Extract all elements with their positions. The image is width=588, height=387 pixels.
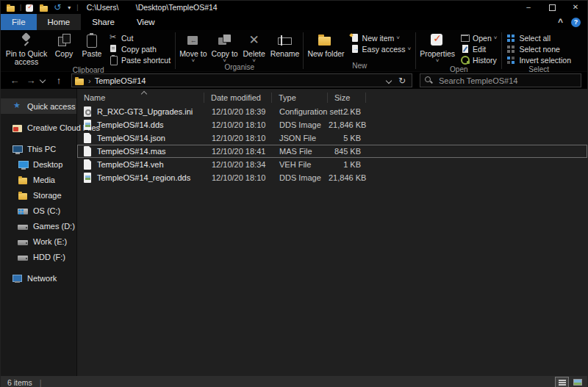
quick-toolbar-properties-icon[interactable] xyxy=(25,3,35,12)
table-row-templeos-14-json[interactable]: TempleOS#14.json12/10/20 18:10JSON File5… xyxy=(77,131,587,145)
ribbon-button-label: New item xyxy=(362,34,395,43)
dropdown-chevron-icon: ˅ xyxy=(408,46,412,51)
copy-icon xyxy=(55,32,73,49)
ribbon-button-label: Edit xyxy=(473,45,486,54)
address-dropdown-chevron-icon[interactable] xyxy=(386,77,392,83)
recent-locations-chevron-icon[interactable] xyxy=(40,76,46,82)
forward-button[interactable]: → xyxy=(23,75,39,86)
undo-icon[interactable]: ↺ xyxy=(53,3,62,12)
tab-share[interactable]: Share xyxy=(81,14,126,30)
ribbon-group-label: New xyxy=(305,62,414,71)
table-row-templeos-14-mas[interactable]: TempleOS#14.mas12/10/20 18:41MAS File845… xyxy=(77,145,587,158)
table-row-templeos-14-region-dds[interactable]: TempleOS#14_region.dds12/10/20 18:10DDS … xyxy=(77,171,587,184)
sidebar-item-label: Quick access xyxy=(27,102,75,111)
doc-img-icon xyxy=(83,120,93,131)
breadcrumb[interactable]: › TempleOS#14 ↻ xyxy=(71,73,412,87)
column-header-label: Date modified xyxy=(211,93,261,102)
up-button[interactable]: ↑ xyxy=(51,75,67,86)
size-cell: 5 KB xyxy=(329,134,367,142)
doc-gear-icon xyxy=(83,106,93,117)
select-none-button[interactable]: Select none xyxy=(503,43,574,54)
copy-button[interactable]: Copy xyxy=(50,30,78,58)
minimize-button[interactable]: – xyxy=(517,1,540,14)
ribbon-button-label: Pin to Quick access xyxy=(5,50,48,66)
drive-icon xyxy=(18,236,29,247)
folder-icon xyxy=(18,175,29,185)
easy-access-button[interactable]: Easy access ˅ xyxy=(347,43,415,54)
table-row-templeos-14-dds[interactable]: TempleOS#14.dds12/10/20 18:10DDS Image21… xyxy=(77,118,587,131)
quick-toolbar-new-folder-icon[interactable] xyxy=(39,3,49,12)
paste-button[interactable]: Paste xyxy=(78,30,106,58)
sidebar-item-os-c[interactable]: OS (C:) xyxy=(1,203,76,218)
table-row-templeos-14-veh[interactable]: TempleOS#14.veh12/10/20 18:34VEH File1 K… xyxy=(77,158,587,171)
table-row-r-rxc-gt3-upgrades-ini[interactable]: R_RXC-GT3_Upgrades.ini12/10/20 18:39Conf… xyxy=(77,105,587,118)
move-to-button[interactable]: Move to˅ xyxy=(177,30,209,63)
column-header-type[interactable]: Type xyxy=(272,93,328,103)
sidebar-item-storage[interactable]: Storage xyxy=(1,187,76,203)
type-cell: DDS Image xyxy=(273,120,329,129)
collapse-ribbon-chevron-icon[interactable]: ^ xyxy=(558,17,563,27)
search-icon xyxy=(425,76,433,84)
dropdown-chevron-icon: ˅ xyxy=(223,58,226,63)
new-folder-icon xyxy=(317,32,334,49)
column-headers: NameDate modifiedTypeSize xyxy=(77,90,587,105)
delete-button[interactable]: Delete˅ xyxy=(240,30,268,63)
close-button[interactable]: ✕ xyxy=(564,1,587,14)
sidebar-item-work-e[interactable]: Work (E:) xyxy=(1,234,76,249)
column-header-date-modified[interactable]: Date modified xyxy=(204,93,272,103)
ribbon-button-label: Copy path xyxy=(121,45,157,54)
dropdown-chevron-icon: ˅ xyxy=(494,35,498,40)
new-folder-button[interactable]: New folder xyxy=(305,30,346,58)
ribbon-button-label: History xyxy=(473,56,497,65)
history-button[interactable]: History xyxy=(457,54,500,65)
ribbon-button-label: Paste xyxy=(82,50,102,58)
properties-button[interactable]: Properties˅ xyxy=(417,30,457,63)
copy-to-button[interactable]: Copy to˅ xyxy=(209,30,240,63)
details-view-button[interactable] xyxy=(555,377,569,387)
sidebar-item-this-pc[interactable]: This PC xyxy=(1,141,76,156)
sidebar-item-label: This PC xyxy=(27,145,56,153)
tab-home[interactable]: Home xyxy=(37,14,82,30)
tab-view[interactable]: View xyxy=(126,14,166,30)
column-header-size[interactable]: Size xyxy=(328,93,366,103)
sidebar-item-desktop[interactable]: Desktop xyxy=(1,156,76,172)
sidebar-item-games-d[interactable]: Games (D:) xyxy=(1,218,76,234)
large-icons-view-button[interactable] xyxy=(571,377,585,387)
new-item-button[interactable]: New item ˅ xyxy=(347,32,415,43)
file-rows: R_RXC-GT3_Upgrades.ini12/10/20 18:39Conf… xyxy=(77,105,587,184)
select-all-button[interactable]: Select all xyxy=(503,32,574,43)
rename-button[interactable]: Rename xyxy=(268,30,302,58)
back-button[interactable]: ← xyxy=(7,75,23,86)
maximize-button[interactable] xyxy=(540,1,564,14)
sidebar-item-hdd-f[interactable]: HDD (F:) xyxy=(1,249,76,264)
paste-shortcut-button[interactable]: Paste shortcut xyxy=(106,54,173,65)
pin-to-quick-access-button[interactable]: Pin to Quick access xyxy=(3,30,50,66)
help-icon[interactable]: ? xyxy=(571,18,581,27)
sidebar-item-network[interactable]: Network xyxy=(1,270,76,286)
sidebar-item-media[interactable]: Media xyxy=(1,172,76,187)
edit-button[interactable]: Edit xyxy=(457,43,500,54)
edit-icon xyxy=(460,44,470,54)
maximize-icon xyxy=(549,4,556,11)
breadcrumb-current-folder[interactable]: TempleOS#14 xyxy=(95,76,146,85)
tab-file[interactable]: File xyxy=(1,14,37,30)
scissors-icon xyxy=(109,33,119,43)
open-button[interactable]: Open ˅ xyxy=(457,32,500,43)
toolbar-customize-chevron-icon[interactable]: ▾ xyxy=(65,3,73,12)
refresh-icon[interactable]: ↻ xyxy=(398,76,406,86)
ribbon-button-label: Rename xyxy=(270,50,300,58)
sidebar-item-creative-cloud-files[interactable]: Creative Cloud Files xyxy=(1,120,76,135)
status-bar: 6 items | xyxy=(1,376,587,387)
copy-path-button[interactable]: Copy path xyxy=(106,43,173,54)
type-cell: VEH File xyxy=(273,160,329,169)
search-input[interactable] xyxy=(437,76,565,86)
ribbon-button-label: Select all xyxy=(519,34,551,43)
cut-button[interactable]: Cut xyxy=(106,32,173,43)
invert-selection-button[interactable]: Invert selection xyxy=(503,54,574,65)
ribbon-button-label: Open xyxy=(473,34,492,43)
tab-label: File xyxy=(12,18,26,26)
sidebar-item-quick-access[interactable]: Quick access xyxy=(1,98,76,114)
search-box[interactable] xyxy=(420,73,581,87)
breadcrumb-folder-icon xyxy=(75,76,85,85)
ribbon-group-divider xyxy=(175,32,176,69)
